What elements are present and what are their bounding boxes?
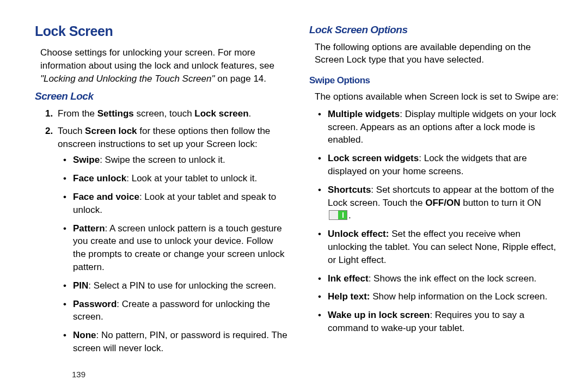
item-multiple-widgets: Multiple widgets: Display multiple widge… bbox=[326, 108, 562, 146]
option-face-unlock: Face unlock: Look at your tablet to unlo… bbox=[71, 172, 287, 185]
right-column: Lock Screen Options The following option… bbox=[309, 22, 562, 381]
item-wake-up: Wake up in lock screen: Requires you to … bbox=[326, 309, 562, 335]
left-column: Lock Screen Choose settings for unlockin… bbox=[35, 22, 287, 381]
option-pin: PIN: Select a PIN to use for unlocking t… bbox=[71, 279, 287, 292]
cross-reference: "Locking and Unlocking the Touch Screen" bbox=[40, 74, 215, 84]
option-password: Password: Create a password for unlockin… bbox=[71, 298, 287, 324]
steps-list: From the Settings screen, touch Lock scr… bbox=[35, 107, 287, 355]
page-number: 139 bbox=[72, 369, 85, 380]
step-1: From the Settings screen, touch Lock scr… bbox=[56, 107, 287, 120]
item-help-text: Help text: Show help information on the … bbox=[326, 290, 562, 303]
item-lock-screen-widgets: Lock screen widgets: Lock the widgets th… bbox=[326, 152, 562, 178]
item-unlock-effect: Unlock effect: Set the effect you receiv… bbox=[326, 228, 562, 266]
options-intro: The following options are available depe… bbox=[309, 41, 562, 67]
option-swipe: Swipe: Swipe the screen to unlock it. bbox=[71, 154, 287, 167]
option-face-voice: Face and voice: Look at your tablet and … bbox=[71, 191, 287, 217]
option-pattern: Pattern: A screen unlock pattern is a to… bbox=[71, 222, 287, 274]
swipe-options-list: Multiple widgets: Display multiple widge… bbox=[309, 108, 562, 335]
on-toggle-icon bbox=[329, 210, 347, 220]
intro-paragraph: Choose settings for unlocking your scree… bbox=[35, 46, 287, 85]
lock-options-list: Swipe: Swipe the screen to unlock it. Fa… bbox=[58, 154, 287, 354]
subsection-screen-lock: Screen Lock bbox=[35, 89, 287, 104]
subsection-lock-screen-options: Lock Screen Options bbox=[309, 23, 562, 38]
swipe-lead: The options available when Screen lock i… bbox=[309, 90, 562, 103]
step-2: Touch Screen lock for these options then… bbox=[56, 125, 287, 355]
option-none: None: No pattern, PIN, or password is re… bbox=[71, 329, 287, 355]
swipe-options-heading: Swipe Options bbox=[309, 74, 562, 87]
section-heading: Lock Screen bbox=[35, 22, 287, 41]
item-shortcuts: Shortcuts: Set shortcuts to appear at th… bbox=[326, 183, 562, 222]
item-ink-effect: Ink effect: Shows the ink effect on the … bbox=[326, 272, 562, 285]
